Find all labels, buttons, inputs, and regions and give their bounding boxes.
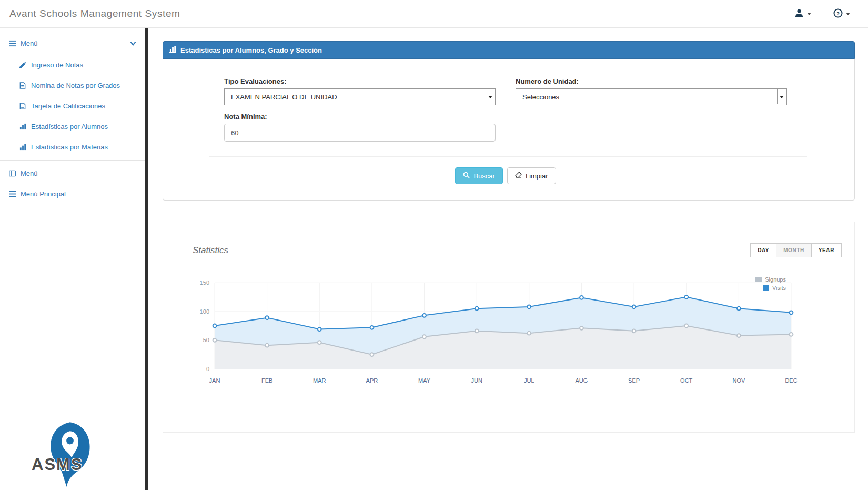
sidebar-menu-toggle[interactable]: Menú xyxy=(0,32,145,55)
numero-unidad-value: Selecciones xyxy=(522,93,559,101)
svg-text:JAN: JAN xyxy=(209,377,220,384)
caret-down-icon xyxy=(807,13,811,15)
statistics-title: Statistics xyxy=(193,245,228,256)
sidebar-item-label: Menú Principal xyxy=(21,190,66,198)
eraser-icon xyxy=(515,172,522,180)
list-icon xyxy=(8,40,16,47)
svg-text:?: ? xyxy=(836,10,840,16)
sidebar-item-label: Estadísticas por Materias xyxy=(31,143,108,151)
sidebar-item-estadisticas-alumnos[interactable]: Estadísticas por Alumnos xyxy=(0,116,145,137)
sidebar-item-estadisticas-materias[interactable]: Estadísticas por Materias xyxy=(0,137,145,157)
filters-panel-header: Estadísticas por Alumnos, Grado y Secció… xyxy=(163,41,855,59)
chevron-down-icon xyxy=(129,41,137,47)
sidebar-item-label: Ingreso de Notas xyxy=(31,61,83,69)
form-divider xyxy=(209,156,807,157)
sidebar-item-ingreso-de-notas[interactable]: Ingreso de Notas xyxy=(0,55,145,75)
sidebar-item-menu[interactable]: Menú xyxy=(0,163,145,184)
logo-text: ASMS xyxy=(32,455,83,474)
nota-minima-label: Nota Mínima: xyxy=(224,113,496,121)
top-bar: Avant Schools Management System ? xyxy=(0,0,868,28)
range-button-year[interactable]: YEAR xyxy=(811,243,842,257)
help-icon: ? xyxy=(833,8,843,19)
svg-text:150: 150 xyxy=(200,279,209,286)
sidebar-item-nomina-de-notas[interactable]: Nomina de Notas por Grados xyxy=(0,75,145,96)
sidebar-item-label: Menú xyxy=(21,169,38,177)
bar-chart-icon xyxy=(169,46,176,54)
search-icon xyxy=(463,172,470,180)
filters-panel: Estadísticas por Alumnos, Grado y Secció… xyxy=(163,41,855,201)
statistics-panel: Statistics DAY MONTH YEAR 050100150JANFE… xyxy=(163,222,855,433)
bar-chart-icon xyxy=(19,144,26,151)
stats-chart: 050100150JANFEBMARAPRMAYJUNJULAUGSEPOCTN… xyxy=(193,273,803,388)
legend-item-visits: Visits xyxy=(755,285,786,291)
asms-logo: ASMS xyxy=(31,420,109,489)
panel-title: Estadísticas por Alumnos, Grado y Secció… xyxy=(180,46,322,54)
file-icon xyxy=(19,103,26,109)
numero-unidad-label: Numero de Unidad: xyxy=(516,77,787,85)
caret-down-icon xyxy=(846,13,850,15)
chart-legend: SignupsVisits xyxy=(755,276,786,293)
panel-icon xyxy=(8,170,16,177)
tipo-evaluaciones-select[interactable]: EXAMEN PARCIAL O DE UNIDAD xyxy=(224,88,496,105)
svg-text:0: 0 xyxy=(206,366,209,372)
svg-text:DEC: DEC xyxy=(785,377,797,384)
main-content: Estadísticas por Alumnos, Grado y Secció… xyxy=(148,28,868,490)
legend-item-signups: Signups xyxy=(755,276,786,283)
svg-text:AUG: AUG xyxy=(576,377,588,384)
svg-text:50: 50 xyxy=(203,337,209,343)
range-button-month[interactable]: MONTH xyxy=(776,243,812,257)
svg-text:NOV: NOV xyxy=(732,377,745,384)
svg-text:JUN: JUN xyxy=(471,377,482,384)
sidebar-item-label: Tarjeta de Calificaciones xyxy=(31,102,105,110)
numero-unidad-select[interactable]: Selecciones xyxy=(516,88,787,105)
svg-text:OCT: OCT xyxy=(680,377,693,384)
bar-chart-icon xyxy=(19,123,26,130)
help-menu[interactable]: ? xyxy=(833,8,850,19)
user-icon xyxy=(794,8,804,19)
list-icon xyxy=(8,191,16,197)
svg-text:100: 100 xyxy=(200,308,209,315)
nota-minima-input[interactable] xyxy=(224,124,496,142)
range-button-day[interactable]: DAY xyxy=(750,243,776,257)
tipo-evaluaciones-value: EXAMEN PARCIAL O DE UNIDAD xyxy=(231,93,337,101)
dropdown-arrow-icon xyxy=(777,89,786,104)
buscar-button-label: Buscar xyxy=(473,172,494,180)
sidebar-item-tarjeta-calificaciones[interactable]: Tarjeta de Calificaciones xyxy=(0,96,145,116)
tipo-evaluaciones-label: Típo Evaluaciones: xyxy=(224,77,496,85)
sidebar: Menú Ingreso de Notas Nomina de Notas po… xyxy=(0,28,148,490)
app-title: Avant Schools Management System xyxy=(9,8,180,19)
sidebar-divider xyxy=(0,160,145,161)
sidebar-menu-label: Menú xyxy=(21,39,38,47)
range-button-group: DAY MONTH YEAR xyxy=(751,243,842,257)
file-icon xyxy=(19,82,26,89)
buscar-button[interactable]: Buscar xyxy=(455,167,502,184)
stats-chart-svg: 050100150JANFEBMARAPRMAYJUNJULAUGSEPOCTN… xyxy=(193,273,803,387)
svg-text:MAY: MAY xyxy=(418,377,431,384)
svg-text:JUL: JUL xyxy=(524,377,534,384)
svg-text:FEB: FEB xyxy=(261,377,272,384)
svg-text:APR: APR xyxy=(366,377,378,384)
sidebar-divider xyxy=(0,207,145,207)
owl-logo-icon xyxy=(42,420,98,487)
edit-icon xyxy=(19,62,26,68)
dropdown-arrow-icon xyxy=(486,89,494,104)
limpiar-button[interactable]: Limpiar xyxy=(507,167,556,184)
sidebar-item-menu-principal[interactable]: Menú Principal xyxy=(0,184,145,204)
limpiar-button-label: Limpiar xyxy=(526,172,548,180)
svg-text:SEP: SEP xyxy=(628,377,640,384)
sidebar-item-label: Nomina de Notas por Grados xyxy=(31,82,120,89)
svg-text:MAR: MAR xyxy=(313,377,326,384)
sidebar-item-label: Estadísticas por Alumnos xyxy=(31,123,108,131)
user-menu[interactable] xyxy=(794,8,811,19)
